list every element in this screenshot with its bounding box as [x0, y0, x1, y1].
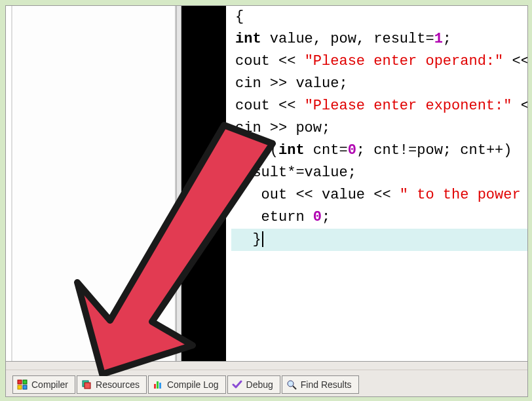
code-token-plain: cnt= — [305, 142, 348, 159]
code-token-str: " to the power of — [400, 187, 527, 203]
svg-rect-6 — [154, 384, 156, 389]
check-icon — [232, 379, 242, 390]
code-token-plain: ; cnt!=pow; cnt++) — [356, 142, 512, 159]
tab-label: Compiler — [31, 379, 68, 390]
code-token-plain: ( — [261, 142, 278, 159]
text-caret — [262, 231, 263, 247]
code-line[interactable]: result*=value; — [231, 162, 527, 184]
code-token-str: "Please enter operand:" — [305, 53, 504, 69]
code-token-plain: value, pow, result= — [261, 31, 434, 47]
code-token-plain: ; — [322, 209, 330, 225]
code-line[interactable]: eturn 0; — [231, 206, 527, 229]
svg-rect-7 — [157, 381, 159, 389]
code-token-plain: result*=value; — [235, 164, 356, 181]
code-area[interactable]: {int value, pow, result=1;cout << "Pleas… — [226, 6, 527, 362]
code-token-plain: ; — [443, 31, 451, 47]
code-token-kw: for — [235, 142, 261, 159]
code-token-num: 1 — [434, 31, 443, 47]
tab-label: Find Results — [301, 379, 352, 390]
code-token-plain: cin >> value; — [235, 75, 348, 92]
code-token-num: 0 — [348, 142, 356, 159]
project-pane[interactable] — [6, 6, 176, 362]
svg-rect-3 — [23, 385, 27, 389]
editor-pane[interactable]: {int value, pow, result=1;cout << "Pleas… — [181, 6, 527, 362]
svg-line-10 — [293, 386, 296, 389]
magnifier-icon — [286, 379, 297, 390]
squares-icon — [17, 379, 28, 390]
code-token-plain: << — [512, 98, 527, 114]
code-line[interactable]: for (int cnt=0; cnt!=pow; cnt++) — [231, 140, 527, 162]
tab-find-results[interactable]: Find Results — [282, 375, 359, 394]
bars-icon — [153, 379, 163, 390]
svg-point-9 — [288, 381, 294, 387]
tab-debug[interactable]: Debug — [227, 375, 280, 394]
svg-rect-0 — [18, 380, 22, 384]
svg-rect-5 — [85, 383, 90, 389]
tab-resources[interactable]: Resources — [77, 375, 147, 394]
code-token-plain: cout << — [235, 98, 305, 114]
code-line[interactable]: out << value << " to the power of — [231, 184, 527, 206]
code-line[interactable]: cin >> value; — [231, 73, 527, 95]
code-line[interactable]: cout << "Please enter exponent:" << — [231, 95, 527, 117]
code-line[interactable]: int value, pow, result=1; — [231, 28, 527, 50]
vertical-splitter[interactable] — [176, 6, 181, 362]
tab-compile-log[interactable]: Compile Log — [148, 375, 226, 394]
tab-label: Debug — [246, 379, 273, 390]
stack-icon — [81, 379, 92, 390]
tab-compiler[interactable]: Compiler — [12, 375, 75, 394]
code-token-plain: cout << — [235, 53, 305, 69]
code-token-plain: << e — [503, 53, 527, 69]
svg-rect-8 — [159, 383, 161, 389]
main-area: {int value, pow, result=1;cout << "Pleas… — [6, 6, 527, 362]
code-token-plain: eturn — [235, 209, 313, 225]
code-token-plain: } — [235, 231, 261, 248]
code-line[interactable]: cout << "Please enter operand:" << e — [231, 50, 527, 73]
code-token-plain: cin >> pow; — [235, 120, 330, 136]
code-line[interactable]: } — [231, 229, 527, 251]
tab-label: Resources — [96, 379, 140, 390]
code-line[interactable]: { — [231, 6, 527, 28]
code-token-str: "Please enter exponent:" — [305, 98, 512, 114]
svg-rect-2 — [18, 385, 22, 389]
project-pane-inner — [11, 6, 176, 362]
code-line[interactable]: cin >> pow; — [231, 117, 527, 140]
code-token-plain: out << value << — [235, 187, 400, 203]
code-token-plain: { — [235, 9, 244, 25]
bottom-tabbar-inner: CompilerResourcesCompile LogDebugFind Re… — [6, 370, 527, 396]
code-token-kw: int — [278, 142, 305, 159]
code-token-num: 0 — [313, 209, 322, 225]
code-token-kw: int — [235, 31, 261, 47]
bottom-tabbar: CompilerResourcesCompile LogDebugFind Re… — [6, 361, 527, 396]
svg-rect-1 — [23, 380, 27, 384]
ide-window: {int value, pow, result=1;cout << "Pleas… — [5, 5, 528, 397]
editor-gutter — [181, 6, 226, 362]
tab-label: Compile Log — [167, 379, 219, 390]
